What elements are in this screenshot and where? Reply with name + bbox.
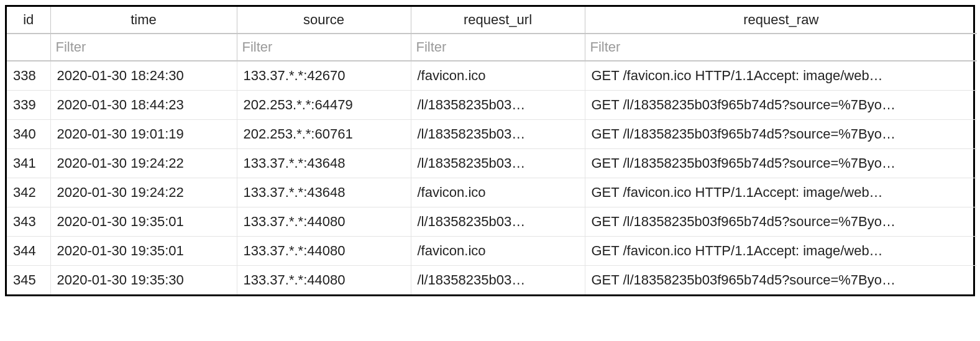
cell-request-url: /l/18358235b03… bbox=[411, 149, 585, 178]
cell-request-raw: GET /l/18358235b03f965b74d5?source=%7Byo… bbox=[585, 207, 977, 237]
cell-time: 2020-01-30 19:01:19 bbox=[50, 120, 237, 149]
cell-id: 339 bbox=[7, 91, 50, 120]
cell-source: 133.37.*.*:43648 bbox=[237, 149, 411, 178]
column-header-request-url[interactable]: request_url bbox=[411, 7, 585, 34]
cell-request-raw: GET /favicon.ico HTTP/1.1Accept: image/w… bbox=[585, 237, 977, 266]
cell-id: 344 bbox=[7, 237, 50, 266]
cell-time: 2020-01-30 19:35:30 bbox=[50, 266, 237, 295]
cell-request-raw: GET /l/18358235b03f965b74d5?source=%7Byo… bbox=[585, 120, 977, 149]
cell-time: 2020-01-30 19:24:22 bbox=[50, 149, 237, 178]
cell-source: 202.253.*.*:64479 bbox=[237, 91, 411, 120]
cell-request-raw: GET /favicon.ico HTTP/1.1Accept: image/w… bbox=[585, 178, 977, 207]
cell-id: 341 bbox=[7, 149, 50, 178]
filter-input-request-url[interactable] bbox=[411, 34, 585, 60]
cell-source: 133.37.*.*:44080 bbox=[237, 207, 411, 237]
cell-id: 338 bbox=[7, 61, 50, 91]
table-row[interactable]: 3442020-01-30 19:35:01133.37.*.*:44080/f… bbox=[7, 237, 977, 266]
cell-id: 345 bbox=[7, 266, 50, 295]
cell-time: 2020-01-30 19:35:01 bbox=[50, 237, 237, 266]
cell-request-url: /favicon.ico bbox=[411, 178, 585, 207]
cell-time: 2020-01-30 19:35:01 bbox=[50, 207, 237, 237]
cell-request-url: /favicon.ico bbox=[411, 237, 585, 266]
header-row: id time source request_url request_raw bbox=[7, 7, 977, 34]
cell-request-url: /l/18358235b03… bbox=[411, 91, 585, 120]
cell-id: 340 bbox=[7, 120, 50, 149]
filter-input-time[interactable] bbox=[51, 34, 237, 60]
filter-input-source[interactable] bbox=[237, 34, 411, 60]
table-row[interactable]: 3412020-01-30 19:24:22133.37.*.*:43648/l… bbox=[7, 149, 977, 178]
cell-id: 343 bbox=[7, 207, 50, 237]
cell-id: 342 bbox=[7, 178, 50, 207]
cell-time: 2020-01-30 19:24:22 bbox=[50, 178, 237, 207]
log-table-container: id time source request_url request_raw 3… bbox=[5, 5, 975, 296]
log-table: id time source request_url request_raw 3… bbox=[7, 7, 977, 294]
table-row[interactable]: 3402020-01-30 19:01:19202.253.*.*:60761/… bbox=[7, 120, 977, 149]
column-header-source[interactable]: source bbox=[237, 7, 411, 34]
cell-source: 133.37.*.*:44080 bbox=[237, 266, 411, 295]
cell-request-url: /favicon.ico bbox=[411, 61, 585, 91]
cell-request-raw: GET /l/18358235b03f965b74d5?source=%7Byo… bbox=[585, 266, 977, 295]
filter-input-request-raw[interactable] bbox=[585, 34, 978, 60]
cell-time: 2020-01-30 18:24:30 bbox=[50, 61, 237, 91]
column-header-request-raw[interactable]: request_raw bbox=[585, 7, 977, 34]
cell-request-url: /l/18358235b03… bbox=[411, 266, 585, 295]
column-header-id[interactable]: id bbox=[7, 7, 50, 34]
table-row[interactable]: 3422020-01-30 19:24:22133.37.*.*:43648/f… bbox=[7, 178, 977, 207]
table-row[interactable]: 3392020-01-30 18:44:23202.253.*.*:64479/… bbox=[7, 91, 977, 120]
table-row[interactable]: 3432020-01-30 19:35:01133.37.*.*:44080/l… bbox=[7, 207, 977, 237]
cell-source: 133.37.*.*:44080 bbox=[237, 237, 411, 266]
cell-source: 133.37.*.*:43648 bbox=[237, 178, 411, 207]
filter-row bbox=[7, 34, 977, 61]
column-header-time[interactable]: time bbox=[50, 7, 237, 34]
table-row[interactable]: 3382020-01-30 18:24:30133.37.*.*:42670/f… bbox=[7, 61, 977, 91]
cell-time: 2020-01-30 18:44:23 bbox=[50, 91, 237, 120]
cell-source: 133.37.*.*:42670 bbox=[237, 61, 411, 91]
cell-request-url: /l/18358235b03… bbox=[411, 207, 585, 237]
filter-cell-id bbox=[7, 34, 50, 61]
table-row[interactable]: 3452020-01-30 19:35:30133.37.*.*:44080/l… bbox=[7, 266, 977, 295]
cell-request-url: /l/18358235b03… bbox=[411, 120, 585, 149]
cell-request-raw: GET /favicon.ico HTTP/1.1Accept: image/w… bbox=[585, 61, 977, 91]
cell-request-raw: GET /l/18358235b03f965b74d5?source=%7Byo… bbox=[585, 149, 977, 178]
cell-source: 202.253.*.*:60761 bbox=[237, 120, 411, 149]
cell-request-raw: GET /l/18358235b03f965b74d5?source=%7Byo… bbox=[585, 91, 977, 120]
